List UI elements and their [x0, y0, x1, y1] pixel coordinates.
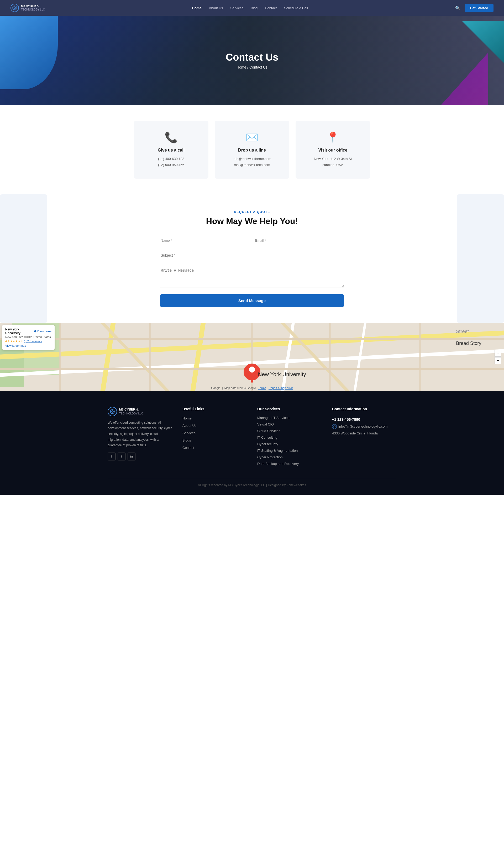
contact-cards: 📞 Give us a call (+1) 400-630 123 (+2) 5… [134, 121, 370, 179]
location-icon: 📍 [302, 131, 364, 144]
email-input[interactable] [255, 235, 344, 245]
call-card-detail: (+1) 400-630 123 (+2) 500-950 456 [140, 156, 202, 168]
form-inner: REQUEST A QUOTE How May We Help You! Sen… [160, 210, 344, 307]
svg-text:New York University: New York University [258, 371, 306, 377]
email-circle-icon: @ [332, 424, 337, 429]
logo[interactable]: M3 CYBER & TECHNOLOGY LLC [11, 4, 45, 12]
breadcrumb-home[interactable]: Home [236, 65, 246, 69]
map-section: New York University Street Bread Story N… [0, 323, 504, 391]
svg-marker-33 [34, 330, 36, 333]
footer-link-home[interactable]: Home [182, 416, 192, 420]
zoom-in-button[interactable]: + [494, 350, 501, 357]
message-field-group [160, 265, 344, 289]
footer-col-services: Our Services Managed IT Services Virtual… [257, 407, 322, 468]
breadcrumb-separator: / [247, 65, 249, 69]
map-google-label: Google | Map data ©2024 Google Terms Rep… [211, 386, 293, 389]
form-section: REQUEST A QUOTE How May We Help You! Sen… [0, 194, 504, 323]
form-section-label: REQUEST A QUOTE [160, 210, 344, 214]
directions-button[interactable]: Directions [34, 330, 51, 333]
social-twitter-button[interactable]: t [118, 453, 125, 460]
subject-input[interactable] [160, 250, 344, 260]
svg-text:Bread Story: Bread Story [456, 340, 482, 346]
map-popup: New York University Directions New York,… [2, 325, 55, 350]
service-item: Managed IT Services [257, 416, 322, 420]
map-terms-link[interactable]: Terms [258, 386, 266, 389]
service-item: Data Backup and Recovery [257, 462, 322, 466]
email-field-group [255, 235, 344, 245]
get-started-button[interactable]: Get Started [465, 4, 493, 12]
contact-card-email: ✉️ Drop us a line info@techwix-theme.com… [215, 121, 289, 179]
footer-logo-icon [108, 407, 117, 416]
phone-icon: 📞 [140, 131, 202, 144]
nav-about[interactable]: About Us [209, 6, 223, 10]
report-error-link[interactable]: Report a map error [269, 386, 293, 389]
footer-social: f t in [108, 453, 172, 460]
footer-description: We offer cloud computing solutions, AI d… [108, 420, 172, 448]
logo-text: M3 CYBER & TECHNOLOGY LLC [21, 4, 45, 11]
message-textarea[interactable] [160, 265, 344, 288]
footer-link-about[interactable]: About Us [182, 424, 196, 427]
nav-services[interactable]: Services [230, 6, 243, 10]
useful-links-list: Home About Us Services Blogs Contact [182, 416, 247, 450]
footer-email: info@m3cybertechnologyllc.com [338, 423, 388, 430]
office-card-title: Visit our office [302, 148, 364, 153]
footer-inner: M3 CYBER & TECHNOLOGY LLC We offer cloud… [108, 407, 396, 468]
subject-field-group [160, 250, 344, 260]
social-facebook-button[interactable]: f [108, 453, 115, 460]
footer: M3 CYBER & TECHNOLOGY LLC We offer cloud… [0, 391, 504, 495]
map-zoom-controls: + − [494, 350, 501, 364]
name-input[interactable] [160, 235, 249, 245]
footer-link-blogs[interactable]: Blogs [182, 438, 191, 442]
contact-card-call: 📞 Give us a call (+1) 400-630 123 (+2) 5… [134, 121, 209, 179]
footer-address: 4330 Woodside Circle, Florida [332, 430, 396, 437]
footer-bottom: All rights reserved by M3 Cyber Technolo… [108, 479, 396, 487]
zoom-out-button[interactable]: − [494, 357, 501, 364]
form-row-name-email [160, 235, 344, 245]
map-popup-address: New York, NY 10012, United States [5, 335, 51, 338]
nav-contact[interactable]: Contact [265, 6, 277, 10]
footer-link-services[interactable]: Services [182, 431, 196, 435]
footer-logo: M3 CYBER & TECHNOLOGY LLC [108, 407, 172, 416]
svg-point-35 [111, 411, 113, 413]
contact-info-heading: Contact Information [332, 407, 396, 411]
service-item: IT Staffing & Augmentation [257, 449, 322, 453]
social-linkedin-button[interactable]: in [128, 453, 136, 460]
service-item: Cloud Services [257, 429, 322, 433]
logo-icon [11, 4, 19, 12]
form-bg-left [0, 194, 47, 323]
contact-card-office: 📍 Visit our office New York. 112 W 34th … [295, 121, 370, 179]
map-svg: New York University Street Bread Story [0, 323, 504, 391]
reviews-link[interactable]: 1,716 reviews [24, 339, 42, 343]
email-card-detail: info@techwix-theme.com mail@techwix-tech… [221, 156, 283, 168]
form-title: How May We Help You! [160, 216, 344, 226]
contact-cards-section: 📞 Give us a call (+1) 400-630 123 (+2) 5… [0, 105, 504, 194]
service-item: Cybersecurity [257, 442, 322, 446]
hero-content: Contact Us Home / Contact Us [226, 52, 278, 69]
form-bg-right [457, 194, 504, 323]
view-larger-map-link[interactable]: View larger map [5, 344, 51, 347]
name-field-group [160, 235, 249, 245]
copyright-text: All rights reserved by M3 Cyber Technolo… [198, 483, 306, 487]
nav-blog[interactable]: Blog [251, 6, 257, 10]
footer-link-contact[interactable]: Contact [182, 446, 194, 450]
search-icon[interactable]: 🔍 [455, 5, 461, 11]
hero-title: Contact Us [226, 52, 278, 63]
service-item: Cyber Protection [257, 455, 322, 459]
nav-home[interactable]: Home [192, 6, 202, 10]
services-heading: Our Services [257, 407, 322, 411]
svg-text:Street: Street [456, 328, 469, 334]
send-message-button[interactable]: Send Message [160, 294, 344, 307]
call-card-title: Give us a call [140, 148, 202, 153]
breadcrumb-current: Contact Us [249, 65, 268, 69]
services-list: Managed IT Services Virtual CIO Cloud Se… [257, 416, 322, 466]
office-card-detail: New York. 112 W 34th St caroline, USA [302, 156, 364, 168]
useful-links-heading: Useful Links [182, 407, 247, 411]
nav-links: Home About Us Services Blog Contact Sche… [192, 5, 308, 10]
svg-point-29 [249, 366, 255, 372]
email-card-title: Drop us a line [221, 148, 283, 153]
nav-right: 🔍 Get Started [455, 4, 493, 12]
footer-logo-text: M3 CYBER & TECHNOLOGY LLC [119, 408, 143, 415]
email-icon: ✉️ [221, 131, 283, 144]
nav-schedule[interactable]: Schedule A Call [284, 6, 308, 10]
map-placeholder: New York University Street Bread Story N… [0, 323, 504, 391]
